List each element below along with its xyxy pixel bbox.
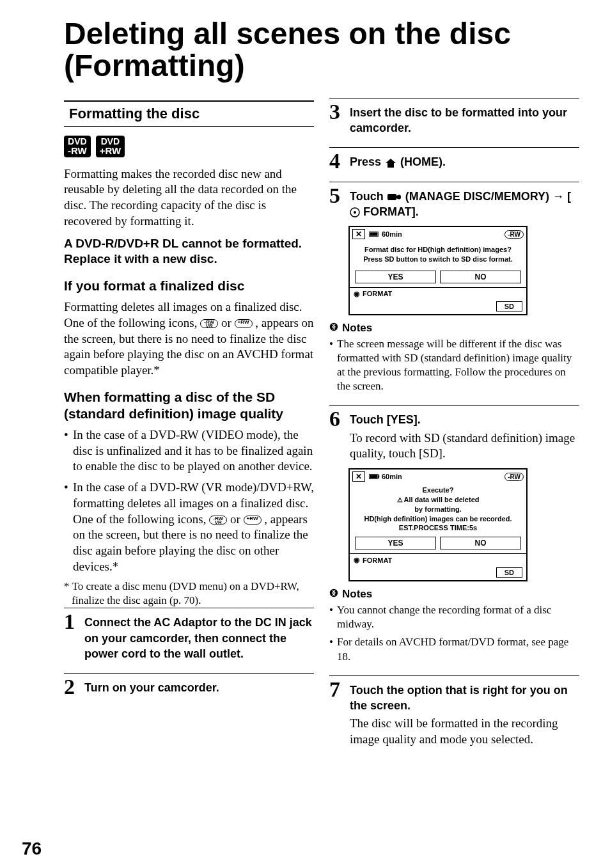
page: Deleting all scenes on the disc (Formatt…	[0, 0, 610, 868]
step-number: 2	[64, 676, 75, 698]
section-heading: Formatting the disc	[64, 100, 314, 127]
svg-rect-0	[387, 194, 396, 200]
svg-point-6	[330, 323, 338, 331]
lcd-screenshot-format-prompt: ✕ 60min -RW Format disc for HD(high defi…	[348, 226, 528, 315]
subheading-sd: When formatting a disc of the SD (standa…	[64, 389, 314, 423]
right-column: 3 Insert the disc to be formatted into y…	[329, 95, 579, 759]
home-icon	[384, 157, 397, 169]
step-number: 7	[329, 679, 340, 700]
badge-bottom: -RW	[68, 146, 87, 155]
lcd-line: Execute?	[352, 485, 524, 495]
notes-list: The screen message will be different if …	[329, 337, 579, 393]
sd-button: SD	[496, 567, 522, 578]
step-heading: 5 Touch (MANAGE DISC/MEMORY) → [ FORMAT]…	[329, 189, 579, 220]
step-heading: 6 Touch [YES].	[329, 412, 579, 427]
left-column: Formatting the disc DVD -RW DVD +RW Form…	[64, 95, 314, 759]
list-item: In the case of a DVD-RW (VIDEO mode), th…	[64, 427, 314, 475]
lcd-buttons: YES NO	[350, 269, 526, 287]
step-2: 2 Turn on your camcorder.	[64, 673, 314, 695]
text: or	[230, 512, 244, 526]
disc-type-tag: -RW	[504, 230, 524, 239]
sub1-body: Formatting deletes all images on a final…	[64, 299, 314, 378]
lcd-status: ◉ FORMAT	[350, 287, 526, 300]
subheading-finalized: If you format a finalized disc	[64, 278, 314, 294]
step-text: Touch the option that is right for you o…	[350, 684, 568, 712]
step-text: Connect the AC Adaptor to the DC IN jack…	[84, 616, 312, 660]
manage-disc-icon	[387, 192, 402, 202]
notes-label-text: Notes	[342, 322, 372, 335]
disc-icon: ◉	[354, 290, 360, 298]
disc-icon: ◉	[354, 556, 360, 564]
step-number: 1	[64, 611, 75, 633]
lcd-message: Execute? All data will be deleted by for…	[350, 484, 526, 535]
step-number: 6	[329, 408, 340, 430]
lcd-line-warning: All data will be deleted	[352, 495, 524, 505]
no-button: NO	[440, 537, 521, 549]
battery-indicator: 60min	[369, 473, 402, 480]
lcd-line: Press SD button to switch to SD disc for…	[354, 255, 522, 264]
disc-format-icon	[350, 207, 360, 217]
step-text-post: (HOME).	[400, 155, 446, 168]
two-column-layout: Formatting the disc DVD -RW DVD +RW Form…	[64, 95, 579, 759]
no-button: NO	[440, 271, 521, 283]
lcd-status: ◉ FORMAT	[350, 553, 526, 566]
lcd-bottom: SD	[350, 566, 526, 580]
battery-indicator: 60min	[369, 230, 402, 238]
step-heading: 4 Press (HOME).	[329, 154, 579, 170]
disc-plus-rw-icon: +RW	[235, 319, 253, 328]
close-icon: ✕	[352, 229, 365, 239]
lcd-line: by formatting.	[352, 505, 524, 514]
step-number: 4	[329, 150, 340, 172]
lcd-bottom: SD	[350, 300, 526, 314]
left-steps: 1 Connect the AC Adaptor to the DC IN ja…	[64, 608, 314, 695]
yes-button: YES	[355, 271, 436, 283]
step-heading: 3 Insert the disc to be formatted into y…	[329, 105, 579, 136]
step-text-mid: (MANAGE DISC/MEMORY) → [	[405, 190, 571, 203]
step-1: 1 Connect the AC Adaptor to the DC IN ja…	[64, 608, 314, 661]
yes-button: YES	[355, 537, 436, 549]
notes-heading: Notes	[329, 322, 579, 335]
badge-bottom: +RW	[100, 146, 121, 155]
step-5: 5 Touch (MANAGE DISC/MEMORY) → [ FORMAT]…	[329, 182, 579, 394]
battery-text: 60min	[382, 230, 402, 238]
page-number: 76	[22, 839, 42, 859]
lcd-line: HD(high definition) images can be record…	[352, 514, 524, 524]
lcd-topbar: ✕ 60min -RW	[350, 470, 526, 484]
warning-paragraph: A DVD-R/DVD+R DL cannot be formatted. Re…	[64, 236, 314, 267]
step-body: The disc will be formatted in the record…	[329, 716, 579, 747]
lcd-buttons: YES NO	[350, 535, 526, 553]
step-text: Touch [YES].	[350, 413, 421, 426]
sd-bullets: In the case of a DVD-RW (VIDEO mode), th…	[64, 427, 314, 574]
step-6: 6 Touch [YES]. To record with SD (standa…	[329, 405, 579, 663]
step-text-pre: Press	[350, 155, 384, 168]
warning-icon	[329, 322, 338, 335]
warning-icon	[329, 588, 338, 601]
notes-list: You cannot change the recording format o…	[329, 603, 579, 663]
svg-rect-8	[378, 475, 379, 478]
status-text: FORMAT	[363, 556, 392, 564]
status-text: FORMAT	[363, 290, 392, 297]
intro-paragraph: Formatting makes the recorded disc new a…	[64, 166, 314, 230]
list-item: In the case of a DVD-RW (VR mode)/DVD+RW…	[64, 480, 314, 574]
footnote: * To create a disc menu (DVD menu) on a …	[64, 580, 314, 608]
right-steps: 3 Insert the disc to be formatted into y…	[329, 98, 579, 748]
note-item: The screen message will be different if …	[329, 337, 579, 393]
badge-dvd-plus-rw: DVD +RW	[96, 136, 125, 157]
svg-rect-5	[370, 233, 378, 236]
lcd-message: Format disc for HD(high definition) imag…	[350, 241, 526, 269]
lcd-topbar: ✕ 60min -RW	[350, 227, 526, 241]
note-item: You cannot change the recording format o…	[329, 603, 579, 631]
step-text: Insert the disc to be formatted into you…	[350, 106, 567, 134]
sd-button: SD	[496, 301, 522, 312]
notes-label-text: Notes	[342, 588, 372, 601]
step-3: 3 Insert the disc to be formatted into y…	[329, 98, 579, 136]
lcd-screenshot-execute: ✕ 60min -RW Execute? All data will be de…	[348, 468, 528, 581]
notes-heading: Notes	[329, 588, 579, 601]
page-title: Deleting all scenes on the disc (Formatt…	[64, 18, 579, 83]
step-text-post: FORMAT].	[363, 205, 419, 218]
badge-dvd-rw: DVD -RW	[64, 136, 91, 157]
disc-rw-vr-icon: -RW VR	[209, 516, 227, 525]
disc-type-tag: -RW	[504, 473, 524, 481]
step-text-pre: Touch	[350, 190, 387, 203]
close-icon: ✕	[352, 471, 365, 482]
